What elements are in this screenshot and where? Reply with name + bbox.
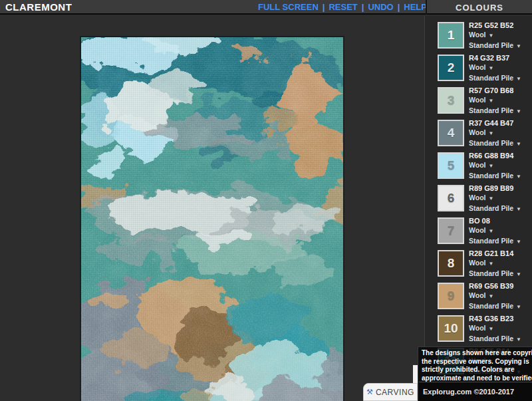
colour-item-labels: R66 G88 B94Wool▼Standard Pile▼	[469, 151, 521, 182]
colour-item-labels: R28 G21 B14Wool▼Standard Pile▼	[469, 249, 521, 279]
rug-preview[interactable]	[80, 36, 344, 401]
colour-swatch-6[interactable]: 6	[438, 185, 464, 211]
design-canvas-area	[0, 16, 424, 401]
colour-list: 1R25 G52 B52Wool▼Standard Pile▼2R4 G32 B…	[425, 22, 532, 380]
colour-item-2: 2R4 G32 B37Wool▼Standard Pile▼	[425, 55, 532, 87]
pile-dropdown[interactable]: Standard Pile▼	[469, 236, 521, 247]
swatch-number: 4	[448, 126, 455, 140]
colour-item-labels: R4 G32 B37Wool▼Standard Pile▼	[469, 53, 521, 84]
pile-dropdown[interactable]: Standard Pile▼	[469, 73, 521, 84]
colour-swatch-7[interactable]: 7	[438, 217, 464, 244]
material-dropdown-value: Wool	[469, 194, 485, 201]
rug-artwork	[81, 37, 343, 401]
carving-tool-icon: ⚒	[366, 388, 373, 396]
colour-code-label: R43 G36 B23	[469, 314, 521, 323]
pile-dropdown[interactable]: Standard Pile▼	[469, 138, 521, 149]
pile-dropdown[interactable]: Standard Pile▼	[469, 41, 521, 51]
menu-link-reset[interactable]: RESET	[329, 2, 357, 12]
pile-dropdown[interactable]: Standard Pile▼	[469, 203, 521, 214]
material-dropdown[interactable]: Wool▼	[469, 323, 521, 334]
dropdown-arrow-icon: ▼	[516, 108, 521, 114]
colour-item-labels: R43 G36 B23Wool▼Standard Pile▼	[469, 314, 521, 344]
swatch-number: 1	[448, 28, 455, 43]
pile-dropdown[interactable]: Standard Pile▼	[469, 171, 521, 182]
dropdown-arrow-icon: ▼	[488, 98, 493, 104]
colour-swatch-3[interactable]: 3	[438, 87, 464, 114]
colour-swatch-4[interactable]: 4	[438, 120, 464, 146]
colour-code-label: R37 G44 B47	[469, 118, 521, 128]
colour-item-labels: R69 G56 B39Wool▼Standard Pile▼	[469, 281, 521, 312]
pile-dropdown-value: Standard Pile	[469, 237, 513, 245]
dropdown-arrow-icon: ▼	[516, 336, 521, 342]
dropdown-arrow-icon: ▼	[516, 206, 521, 212]
material-dropdown[interactable]: Wool▼	[469, 128, 521, 138]
colour-swatch-2[interactable]: 2	[438, 55, 464, 81]
dropdown-arrow-icon: ▼	[516, 76, 521, 82]
pile-dropdown[interactable]: Standard Pile▼	[469, 334, 521, 344]
dropdown-arrow-icon: ▼	[516, 174, 521, 180]
dropdown-arrow-icon: ▼	[488, 163, 493, 169]
material-dropdown-value: Wool	[469, 324, 485, 332]
colours-panel-title: COLOURS	[456, 3, 503, 13]
swatch-number: 2	[448, 61, 455, 75]
app-window: CLAREMONT FULL SCREEN|RESET|UNDO|HELP CO…	[0, 0, 532, 401]
menu-separator: |	[362, 2, 364, 12]
dropdown-arrow-icon: ▼	[516, 239, 521, 245]
material-dropdown[interactable]: Wool▼	[469, 160, 521, 171]
colour-swatch-5[interactable]: 5	[438, 152, 464, 179]
pile-dropdown-value: Standard Pile	[469, 334, 513, 342]
swatch-number: 7	[448, 223, 455, 238]
colours-header: COLOURS	[426, 0, 532, 15]
pile-dropdown-value: Standard Pile	[469, 41, 513, 49]
menu-link-undo[interactable]: UNDO	[368, 2, 393, 12]
colour-code-label: R66 G88 B94	[469, 151, 521, 160]
colour-item-10: 10R43 G36 B23Wool▼Standard Pile▼	[425, 315, 532, 348]
dropdown-arrow-icon: ▼	[488, 33, 493, 39]
colour-item-3: 3R57 G70 B68Wool▼Standard Pile▼	[425, 87, 532, 120]
colour-code-label: BO 08	[469, 216, 521, 225]
material-dropdown-value: Wool	[469, 291, 485, 299]
dropdown-arrow-icon: ▼	[488, 65, 493, 71]
colour-swatch-1[interactable]: 1	[438, 22, 464, 49]
pile-dropdown[interactable]: Standard Pile▼	[469, 301, 521, 312]
footer-bar: Explorug.com ©2010-2017 Alternative Tech…	[419, 382, 532, 401]
topbar-menu: FULL SCREEN|RESET|UNDO|HELP	[258, 2, 427, 12]
pile-dropdown-value: Standard Pile	[469, 139, 513, 147]
dropdown-arrow-icon: ▼	[516, 304, 521, 310]
pile-dropdown[interactable]: Standard Pile▼	[469, 269, 521, 279]
colour-item-9: 9R69 G56 B39Wool▼Standard Pile▼	[425, 283, 532, 315]
colour-swatch-10[interactable]: 10	[438, 315, 464, 342]
pile-dropdown-value: Standard Pile	[469, 106, 513, 114]
swatch-number: 3	[448, 93, 455, 108]
colour-item-labels: R37 G44 B47Wool▼Standard Pile▼	[469, 118, 521, 149]
menu-link-full-screen[interactable]: FULL SCREEN	[258, 2, 319, 12]
colour-swatch-9[interactable]: 9	[438, 283, 464, 309]
material-dropdown[interactable]: Wool▼	[469, 30, 521, 41]
footer-copyright: Explorug.com ©2010-2017	[423, 388, 514, 396]
material-dropdown[interactable]: Wool▼	[469, 63, 521, 73]
dropdown-arrow-icon: ▼	[488, 130, 493, 136]
colour-item-4: 4R37 G44 B47Wool▼Standard Pile▼	[425, 120, 532, 152]
material-dropdown[interactable]: Wool▼	[469, 225, 521, 236]
material-dropdown-value: Wool	[469, 31, 485, 39]
top-bar: CLAREMONT FULL SCREEN|RESET|UNDO|HELP CO…	[0, 0, 532, 15]
colour-item-labels: R89 G89 B89Wool▼Standard Pile▼	[469, 184, 521, 214]
pile-dropdown[interactable]: Standard Pile▼	[469, 106, 521, 116]
material-dropdown[interactable]: Wool▼	[469, 258, 521, 269]
colour-code-label: R89 G89 B89	[469, 184, 521, 193]
carving-button[interactable]: ⚒ CARVING	[363, 383, 418, 401]
dropdown-arrow-icon: ▼	[516, 271, 521, 277]
pile-dropdown-value: Standard Pile	[469, 204, 513, 212]
menu-link-help[interactable]: HELP	[404, 2, 427, 12]
material-dropdown[interactable]: Wool▼	[469, 193, 521, 203]
material-dropdown-value: Wool	[469, 226, 485, 234]
material-dropdown[interactable]: Wool▼	[469, 95, 521, 106]
colour-swatch-8[interactable]: 8	[438, 250, 464, 277]
colour-item-labels: BO 08Wool▼Standard Pile▼	[469, 216, 521, 247]
material-dropdown[interactable]: Wool▼	[469, 291, 521, 301]
material-dropdown-value: Wool	[469, 128, 485, 136]
dropdown-arrow-icon: ▼	[488, 326, 493, 332]
menu-separator: |	[323, 2, 325, 12]
material-dropdown-value: Wool	[469, 63, 485, 71]
colour-code-label: R25 G52 B52	[469, 21, 521, 30]
